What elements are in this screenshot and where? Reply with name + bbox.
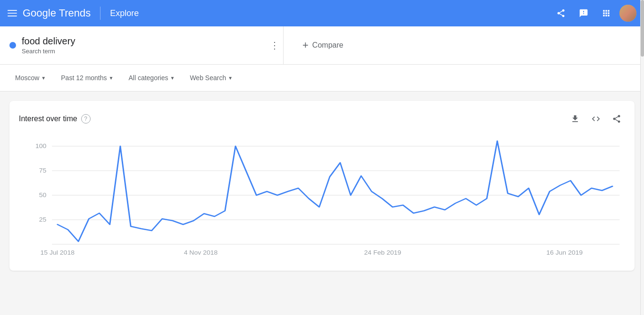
search-term-type: Search term [22, 48, 266, 55]
chart-container: 100 75 50 25 15 Jul 2018 4 Nov 2018 24 F… [19, 137, 625, 261]
more-options-button[interactable]: ⋮ [266, 36, 283, 55]
apps-icon-button[interactable] [597, 4, 616, 23]
category-filter-label: All categories [128, 74, 168, 82]
scrollbar-track[interactable] [640, 0, 644, 280]
embed-chart-button[interactable] [587, 110, 604, 127]
search-term-section: food delivery Search term ⋮ [9, 36, 283, 55]
svg-text:16 Jun 2019: 16 Jun 2019 [546, 249, 583, 256]
compare-label: Compare [312, 41, 343, 50]
chart-help-button[interactable]: ? [81, 114, 91, 124]
trend-polyline [58, 141, 612, 241]
download-chart-button[interactable] [567, 110, 584, 127]
svg-text:50: 50 [39, 192, 47, 199]
scrollbar-thumb[interactable] [641, 0, 644, 57]
user-avatar[interactable] [619, 5, 636, 22]
trend-line-chart: 100 75 50 25 15 Jul 2018 4 Nov 2018 24 F… [19, 137, 625, 259]
search-term-info: food delivery Search term [22, 36, 266, 55]
location-filter-label: Moscow [15, 74, 39, 82]
menu-icon[interactable] [8, 8, 17, 18]
svg-text:100: 100 [35, 143, 46, 149]
category-chevron-icon: ▼ [170, 75, 175, 81]
logo-text: Google Trends [23, 7, 91, 19]
main-content: Interest over time ? [0, 91, 644, 280]
search-row: food delivery Search term ⋮ + Compare [0, 26, 644, 65]
svg-rect-0 [8, 10, 17, 11]
chart-title: Interest over time [19, 115, 77, 123]
share-icon-button[interactable] [552, 4, 570, 23]
app-logo: Google Trends [23, 7, 91, 19]
category-filter-button[interactable]: All categories ▼ [123, 70, 180, 85]
compare-plus-icon: + [302, 39, 309, 51]
search-term-dot [9, 42, 16, 49]
header-icons [552, 4, 636, 23]
filters-row: Moscow ▼ Past 12 months ▼ All categories… [0, 65, 644, 91]
search-term-name: food delivery [22, 36, 266, 47]
search-area: food delivery Search term ⋮ + Compare Mo… [0, 26, 644, 91]
chart-actions [567, 110, 625, 127]
compare-button[interactable]: + Compare [302, 39, 343, 51]
time-range-chevron-icon: ▼ [109, 75, 114, 81]
svg-rect-1 [8, 13, 17, 14]
explore-label: Explore [110, 8, 139, 18]
svg-rect-2 [8, 16, 17, 17]
chart-header: Interest over time ? [19, 110, 625, 127]
share-chart-button[interactable] [608, 110, 625, 127]
header-divider [100, 7, 100, 20]
location-filter-button[interactable]: Moscow ▼ [9, 70, 51, 85]
location-chevron-icon: ▼ [41, 75, 46, 81]
svg-text:75: 75 [39, 167, 47, 174]
avatar-image [619, 5, 636, 22]
feedback-icon-button[interactable] [574, 4, 593, 23]
compare-area: + Compare [283, 26, 635, 64]
time-range-filter-label: Past 12 months [61, 74, 107, 82]
app-header: Google Trends Explore [0, 0, 644, 26]
search-type-filter-label: Web Search [190, 74, 226, 82]
search-type-filter-button[interactable]: Web Search ▼ [184, 70, 238, 85]
svg-text:4 Nov 2018: 4 Nov 2018 [184, 249, 218, 256]
svg-text:15 Jul 2018: 15 Jul 2018 [41, 249, 75, 256]
search-type-chevron-icon: ▼ [228, 75, 233, 81]
svg-text:24 Feb 2019: 24 Feb 2019 [364, 249, 401, 256]
interest-over-time-card: Interest over time ? [9, 101, 635, 271]
time-range-filter-button[interactable]: Past 12 months ▼ [55, 70, 119, 85]
svg-text:25: 25 [39, 216, 47, 223]
